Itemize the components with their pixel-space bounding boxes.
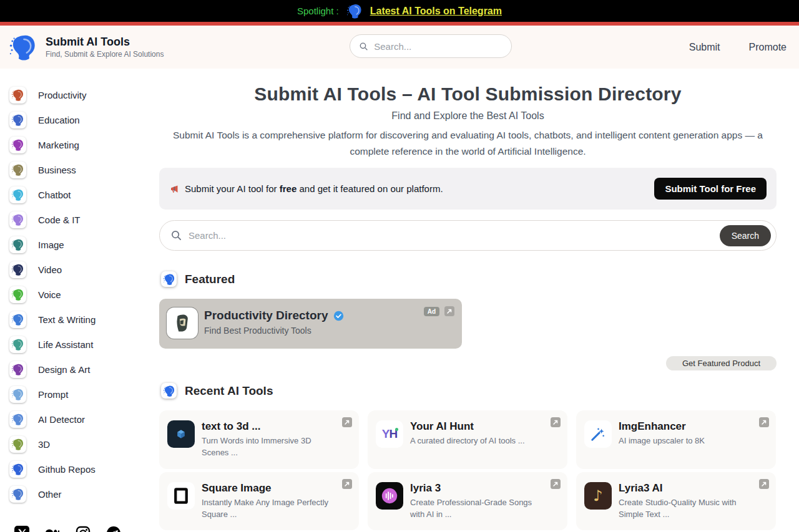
productivity-directory-logo-icon (168, 309, 197, 337)
brand-logo-icon (9, 33, 37, 62)
page-description: Submit AI Tools is a comprehensive platf… (160, 127, 775, 160)
tool-title: Your AI Hunt (410, 420, 540, 433)
get-featured-button[interactable]: Get Featured Product (666, 356, 777, 370)
sidebar-category-item[interactable]: Chatbot (0, 182, 156, 207)
category-head-icon (9, 436, 26, 453)
category-label: Code & IT (38, 215, 81, 225)
category-label: 3D (38, 439, 50, 450)
featured-head-icon (161, 271, 177, 287)
category-label: Chatbot (38, 190, 71, 200)
sidebar-category-item[interactable]: Text & Writing (0, 307, 156, 332)
tool-description: Instantly Make Any Image Perfectly Squar… (202, 497, 351, 521)
tool-card[interactable]: YH Your AI Hunt A curated directory of A… (368, 410, 567, 469)
sidebar-category-item[interactable]: Business (0, 157, 156, 182)
sidebar-category-item[interactable]: Marketing (0, 132, 156, 157)
main-search-bar: Search (159, 220, 777, 251)
spotlight-banner: Spotlight : Latest AI Tools on Telegram (0, 0, 799, 22)
tool-title: ImgEnhancer (619, 420, 720, 433)
external-link-icon[interactable] (759, 417, 769, 427)
category-head-icon (9, 336, 26, 353)
nav-submit-link[interactable]: Submit (689, 42, 720, 53)
sidebar-category-item[interactable]: Image (0, 232, 156, 257)
sidebar-category-item[interactable]: Video (0, 257, 156, 282)
telegram-banner-link[interactable]: Latest AI Tools on Telegram (370, 6, 502, 17)
category-label: Text & Writing (38, 314, 96, 325)
tool-card[interactable]: text to 3d ... Turn Words into Immersive… (159, 410, 359, 469)
tool-icon: ♪ (584, 482, 612, 510)
page-title: Submit AI Tools – AI Tool Submission Dir… (159, 84, 777, 105)
category-head-icon (9, 112, 26, 128)
tool-card[interactable]: Square Image Instantly Make Any Image Pe… (159, 472, 359, 531)
category-label: Image (38, 239, 64, 250)
external-link-icon[interactable] (342, 479, 352, 489)
sidebar-category-item[interactable]: Voice (0, 282, 156, 307)
social-links (0, 526, 156, 532)
x-icon[interactable] (14, 526, 29, 532)
sidebar-category-item[interactable]: Life Assistant (0, 332, 156, 357)
instagram-icon[interactable] (76, 526, 91, 532)
recent-section-header: Recent AI Tools (159, 383, 777, 399)
medium-icon[interactable] (45, 526, 60, 532)
sidebar-category-item[interactable]: 3D (0, 432, 156, 457)
featured-card-title: Productivity Directory (204, 309, 328, 322)
telegram-icon[interactable] (106, 526, 121, 532)
megaphone-icon (169, 183, 180, 195)
tool-description: AI image upscaler to 8K (619, 435, 720, 447)
featured-product-card[interactable]: Productivity Directory Find Best Product… (159, 299, 462, 349)
external-link-icon[interactable] (759, 479, 769, 489)
category-head-icon (9, 162, 26, 178)
external-link-icon[interactable] (444, 306, 454, 316)
tool-title: Lyria3 AI (619, 482, 768, 495)
sidebar-category-item[interactable]: Education (0, 107, 156, 132)
sidebar-category-item[interactable]: AI Detector (0, 407, 156, 432)
tool-card[interactable]: ♪ Lyria3 AI Create Studio-Quality Music … (576, 472, 776, 531)
recent-heading: Recent AI Tools (185, 384, 273, 398)
tool-card[interactable]: lyria 3 Create Professional-Grade Songs … (368, 472, 567, 531)
category-head-icon (9, 411, 26, 428)
category-label: Video (38, 264, 62, 275)
category-head-icon (9, 361, 26, 378)
tool-icon (584, 420, 612, 448)
sidebar-category-item[interactable]: Design & Art (0, 357, 156, 382)
yh-logo-icon: YH (382, 427, 397, 441)
external-link-icon[interactable] (551, 417, 561, 427)
category-sidebar: Productivity Education Marketing (0, 69, 156, 532)
search-icon (359, 41, 368, 52)
main-search-input[interactable] (189, 230, 713, 241)
promo-text: Submit your AI tool for free and get it … (169, 183, 443, 195)
category-label: Life Assistant (38, 339, 93, 350)
external-link-icon[interactable] (551, 479, 561, 489)
header-search-input[interactable] (374, 41, 502, 52)
category-label: Other (38, 489, 62, 500)
tool-description: Create Studio-Quality Music with Simple … (619, 497, 768, 521)
spotlight-label: Spotlight : (297, 6, 339, 16)
category-label: Business (38, 165, 76, 175)
category-head-icon (9, 286, 26, 303)
sidebar-category-item[interactable]: Productivity (0, 82, 156, 107)
brand[interactable]: Submit AI Tools Find, Submit & Explore A… (9, 33, 164, 62)
category-label: Github Repos (38, 464, 96, 475)
tool-description: A curated directory of AI tools ... (410, 435, 540, 447)
search-button[interactable]: Search (720, 225, 771, 246)
tool-title: Square Image (202, 482, 351, 495)
category-head-icon (9, 486, 26, 503)
brand-head-icon (346, 3, 363, 19)
featured-section-header: Featured (159, 271, 777, 287)
category-head-icon (9, 186, 26, 203)
square-frame-icon (172, 486, 190, 505)
sidebar-category-item[interactable]: Code & IT (0, 207, 156, 232)
sidebar-category-item[interactable]: Github Repos (0, 457, 156, 481)
tool-card[interactable]: ImgEnhancer AI image upscaler to 8K (576, 410, 776, 469)
category-label: Voice (38, 289, 61, 300)
sidebar-category-item[interactable]: Prompt (0, 382, 156, 407)
category-head-icon (9, 261, 26, 278)
external-link-icon[interactable] (342, 417, 352, 427)
nav-promote-link[interactable]: Promote (749, 42, 787, 53)
sidebar-category-item[interactable]: Other (0, 481, 156, 506)
featured-card-description: Find Best Productivity Tools (204, 326, 344, 336)
audio-waveform-icon (379, 485, 400, 506)
featured-heading: Featured (185, 273, 235, 286)
submit-tool-button[interactable]: Submit Tool for Free (654, 178, 767, 200)
3d-cube-icon (175, 428, 187, 440)
page-subtitle: Find and Explore the Best AI Tools (159, 110, 777, 122)
